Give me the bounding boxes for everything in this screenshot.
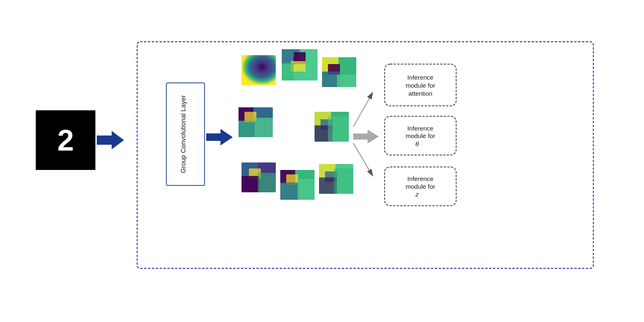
diagram-overlay: Group Convolutional Layer	[0, 0, 644, 322]
main-diagram: 2 Group Convolutional Layer	[0, 0, 644, 322]
svg-rect-8	[282, 63, 294, 80]
svg-rect-7	[291, 61, 306, 72]
svg-rect-28	[258, 173, 276, 192]
inference-label-attention-line2: module for	[405, 82, 435, 89]
svg-rect-38	[334, 168, 353, 194]
svg-rect-29	[280, 170, 315, 200]
svg-rect-15	[239, 107, 253, 121]
svg-rect-4	[282, 49, 318, 80]
svg-rect-25	[242, 162, 258, 177]
feature-map-2	[282, 49, 318, 80]
gcl-label: Group Convolutional Layer	[179, 95, 187, 173]
inference-box-theta	[385, 116, 456, 155]
inference-label-z-symbol: z	[415, 191, 419, 198]
svg-rect-37	[319, 177, 337, 194]
input-digit: 2	[57, 123, 74, 157]
inference-label-z-line1: Inference	[407, 175, 434, 182]
svg-rect-12	[322, 72, 340, 87]
svg-rect-22	[315, 125, 332, 142]
svg-rect-32	[280, 182, 300, 200]
svg-rect-13	[337, 75, 356, 87]
svg-rect-6	[294, 52, 306, 64]
feature-map-8	[319, 164, 353, 194]
feature-map-3	[322, 57, 356, 87]
svg-rect-20	[315, 112, 331, 126]
inference-label-z-line2: module for	[405, 183, 435, 190]
svg-rect-26	[249, 168, 261, 179]
svg-rect-2	[242, 55, 276, 85]
inference-box-z	[385, 167, 456, 206]
svg-rect-23	[328, 116, 349, 142]
input-arrow	[97, 131, 124, 149]
svg-rect-27	[242, 176, 259, 192]
inference-label-theta-line2: module for	[405, 132, 435, 139]
gcl-box	[166, 83, 205, 185]
inference-label-attention-line3: attention	[408, 90, 433, 97]
split-arrow-top	[353, 92, 373, 127]
svg-rect-19	[315, 112, 349, 142]
svg-rect-24	[242, 162, 276, 192]
svg-rect-33	[298, 179, 315, 200]
split-arrow-bottom	[353, 143, 373, 176]
inference-box-attention	[385, 64, 456, 106]
svg-rect-10	[322, 57, 338, 72]
outer-box	[137, 42, 593, 268]
svg-rect-16	[244, 112, 256, 122]
svg-rect-34	[319, 164, 353, 194]
svg-rect-14	[239, 107, 273, 137]
svg-rect-3	[282, 49, 318, 80]
svg-rect-35	[319, 164, 335, 178]
svg-rect-5	[282, 49, 300, 64]
svg-rect-18	[255, 118, 273, 137]
feature-map-1	[242, 55, 276, 85]
inference-label-attention-line1: Inference	[407, 74, 434, 81]
feature-map-4	[239, 107, 273, 137]
feature-map-6	[242, 162, 276, 192]
feature-map-7	[280, 170, 315, 200]
svg-rect-11	[328, 64, 340, 75]
svg-rect-36	[325, 171, 337, 182]
svg-rect-17	[239, 121, 256, 137]
svg-rect-31	[286, 174, 298, 185]
inference-label-theta-line1: Inference	[407, 125, 434, 132]
feature-map-5	[315, 112, 349, 142]
input-image: 2	[36, 110, 95, 170]
svg-rect-9	[322, 57, 356, 87]
split-arrow-mid	[353, 130, 379, 143]
svg-rect-30	[280, 170, 295, 183]
gcl-output-arrow	[206, 129, 233, 145]
svg-rect-21	[321, 119, 332, 130]
inference-label-theta-symbol: θ	[415, 140, 419, 147]
